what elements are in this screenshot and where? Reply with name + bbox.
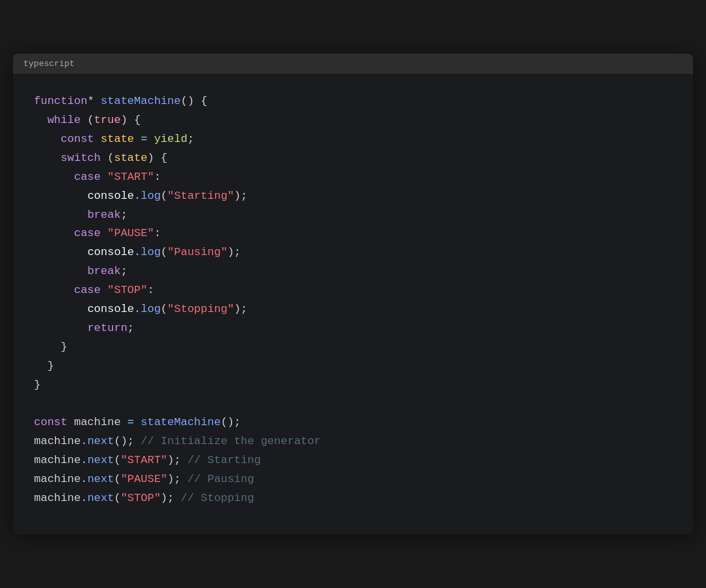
code-line-18: machine.next(); // Initialize the genera… <box>34 432 672 451</box>
code-line-2: while (true) { <box>34 111 672 130</box>
code-line-14: } <box>34 338 672 357</box>
code-line-11: case "STOP": <box>34 281 672 300</box>
code-line-5: case "START": <box>34 168 672 187</box>
code-line-7: break; <box>34 206 672 225</box>
code-line-13: return; <box>34 319 672 338</box>
language-label: typescript <box>24 59 75 69</box>
code-line-20: machine.next("PAUSE"); // Pausing <box>34 470 672 489</box>
code-line-9: console.log("Pausing"); <box>34 243 672 262</box>
title-bar: typescript <box>13 54 693 74</box>
code-line-3: const state = yield; <box>34 130 672 149</box>
code-line-1: function* stateMachine() { <box>34 92 672 111</box>
code-window: typescript function* stateMachine() { wh… <box>13 54 693 534</box>
code-line-16: } <box>34 376 672 395</box>
blank-line <box>34 394 672 413</box>
code-body: function* stateMachine() { while (true) … <box>13 74 693 534</box>
code-line-12: console.log("Stopping"); <box>34 300 672 319</box>
code-line-4: switch (state) { <box>34 149 672 168</box>
code-line-21: machine.next("STOP"); // Stopping <box>34 489 672 508</box>
code-line-10: break; <box>34 262 672 281</box>
code-line-19: machine.next("START"); // Starting <box>34 451 672 470</box>
code-line-15: } <box>34 357 672 376</box>
code-line-8: case "PAUSE": <box>34 224 672 243</box>
code-line-17: const machine = stateMachine(); <box>34 413 672 432</box>
code-line-6: console.log("Starting"); <box>34 187 672 206</box>
